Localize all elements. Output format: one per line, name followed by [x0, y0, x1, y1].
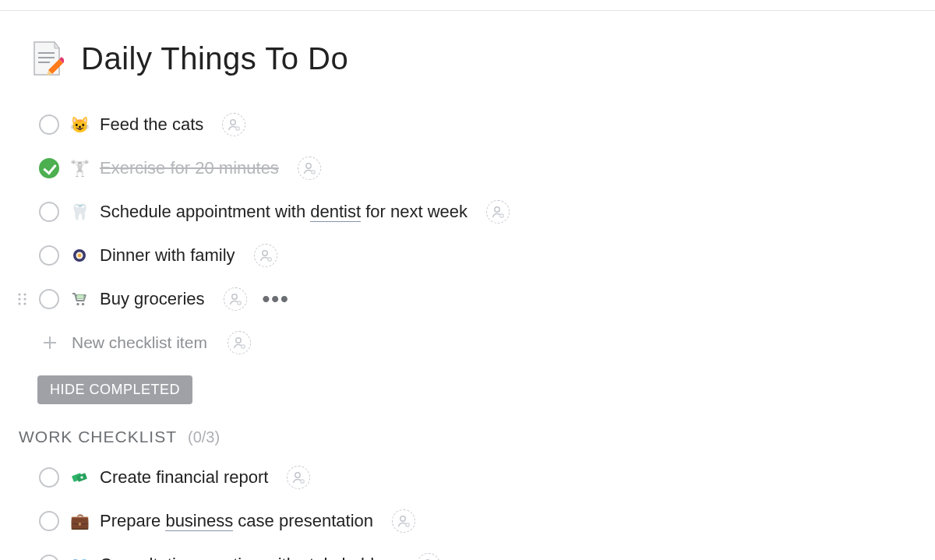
svg-point-48	[80, 476, 83, 479]
notepad-edit-icon	[28, 41, 64, 76]
plus-icon[interactable]	[41, 333, 59, 352]
svg-point-36	[231, 294, 236, 299]
weight-lifter-icon: 🏋️	[70, 159, 89, 178]
checkbox[interactable]	[39, 555, 59, 560]
item-label[interactable]: Consultation meeting with stakeholders	[100, 555, 398, 560]
work-checklist: Create financial report 💼 Prepare busine…	[28, 456, 907, 560]
svg-point-27	[18, 293, 20, 295]
people-icon: 👥	[70, 555, 89, 560]
item-label[interactable]: Create financial report	[100, 467, 268, 488]
item-label-underlined: business	[165, 511, 233, 531]
list-item[interactable]: 🦷 Schedule appointment with dentist for …	[39, 190, 907, 234]
svg-point-29	[18, 298, 20, 300]
section-count: (0/3)	[188, 428, 220, 446]
new-item-placeholder[interactable]: New checklist item	[72, 333, 207, 352]
checkbox[interactable]	[39, 511, 59, 531]
svg-point-32	[23, 302, 26, 305]
assign-user-icon[interactable]	[392, 509, 415, 533]
item-label[interactable]: Feed the cats	[100, 114, 203, 135]
page-header: Daily Things To Do	[28, 41, 907, 76]
assign-user-icon[interactable]	[287, 466, 310, 489]
checkbox[interactable]	[39, 158, 59, 178]
svg-point-28	[23, 293, 26, 295]
list-item[interactable]: Dinner with family	[39, 234, 907, 277]
svg-point-34	[82, 303, 84, 305]
item-label-suffix: for next week	[361, 202, 468, 221]
assign-user-icon[interactable]	[254, 244, 277, 267]
shopping-cart-icon	[70, 291, 89, 308]
item-label[interactable]: Exercise for 20 minutes	[100, 158, 279, 178]
svg-point-33	[76, 303, 79, 305]
svg-rect-35	[77, 295, 84, 299]
list-item[interactable]: 🏋️ Exercise for 20 minutes	[39, 146, 907, 190]
briefcase-icon: 💼	[70, 512, 89, 530]
page-title: Daily Things To Do	[81, 41, 348, 76]
list-item[interactable]: Create financial report	[39, 456, 907, 499]
checkbox[interactable]	[39, 202, 59, 222]
window-top-divider	[0, 0, 935, 11]
svg-point-22	[78, 254, 81, 257]
list-item[interactable]: Buy groceries •••	[39, 277, 907, 321]
item-label[interactable]: Dinner with family	[100, 245, 235, 266]
assign-user-icon[interactable]	[298, 157, 321, 180]
svg-point-49	[295, 473, 300, 477]
item-label[interactable]: Prepare business case presentation	[100, 511, 373, 531]
tooth-icon: 🦷	[70, 203, 89, 221]
item-label-underlined: dentist	[310, 202, 361, 222]
item-label[interactable]: Schedule appointment with dentist for ne…	[100, 202, 468, 222]
money-wings-icon	[70, 469, 89, 486]
assign-user-icon[interactable]	[222, 113, 245, 136]
more-actions-icon[interactable]: •••	[263, 287, 290, 312]
svg-point-53	[400, 516, 405, 521]
svg-point-8	[231, 120, 235, 125]
checkbox[interactable]	[39, 289, 59, 309]
assign-user-icon[interactable]	[224, 287, 247, 311]
svg-point-31	[18, 302, 20, 305]
assign-user-icon[interactable]	[417, 553, 440, 560]
checkbox[interactable]	[39, 467, 59, 488]
checkbox[interactable]	[39, 245, 59, 266]
page-content: Daily Things To Do 😺 Feed the cats 🏋️ Ex…	[0, 11, 935, 560]
new-item-row[interactable]: New checklist item	[41, 324, 907, 361]
plate-utensils-icon	[70, 247, 89, 264]
daily-checklist: 😺 Feed the cats 🏋️ Exercise for 20 minut…	[28, 103, 907, 361]
drag-handle-icon[interactable]	[17, 291, 30, 307]
item-label-prefix: Schedule appointment with	[100, 202, 310, 221]
assign-user-icon[interactable]	[486, 200, 510, 224]
assign-user-icon[interactable]	[228, 331, 251, 354]
item-label-suffix: case presentation	[233, 511, 373, 530]
item-label-prefix: Prepare	[100, 511, 165, 530]
work-checklist-heading[interactable]: WORK CHECKLIST (0/3)	[19, 428, 907, 446]
checkbox[interactable]	[39, 114, 59, 135]
svg-marker-1	[55, 42, 59, 48]
svg-point-16	[495, 207, 499, 212]
cat-face-icon: 😺	[70, 115, 89, 134]
list-item[interactable]: 💼 Prepare business case presentation	[39, 499, 907, 543]
svg-point-42	[236, 338, 241, 343]
svg-point-12	[306, 164, 311, 168]
hide-completed-button[interactable]: HIDE COMPLETED	[37, 375, 192, 404]
item-label[interactable]: Buy groceries	[100, 289, 205, 309]
list-item[interactable]: 👥 Consultation meeting with stakeholders	[39, 543, 907, 560]
svg-point-30	[23, 298, 26, 300]
svg-point-23	[262, 251, 266, 255]
section-title: WORK CHECKLIST	[19, 428, 177, 446]
list-item[interactable]: 😺 Feed the cats	[39, 103, 907, 146]
